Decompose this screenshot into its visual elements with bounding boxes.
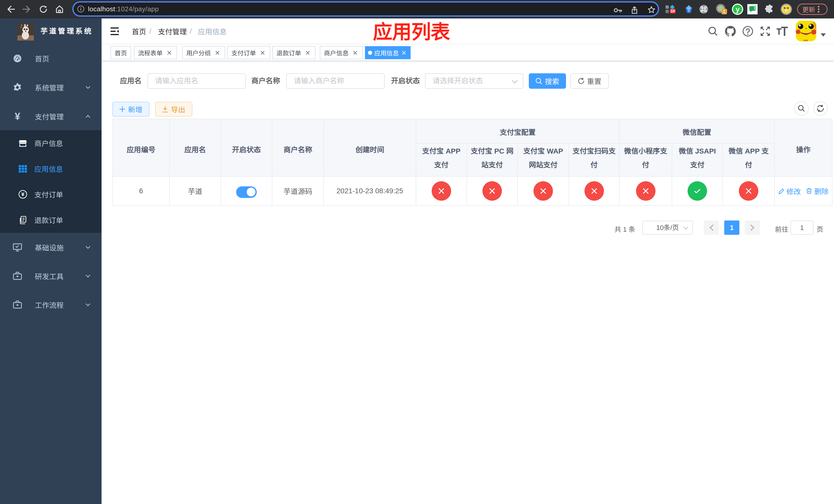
svg-text:1: 1 [723,9,725,14]
svg-text:10: 10 [671,9,675,13]
svg-text:y: y [736,6,739,13]
svg-text:¥: ¥ [21,191,24,197]
